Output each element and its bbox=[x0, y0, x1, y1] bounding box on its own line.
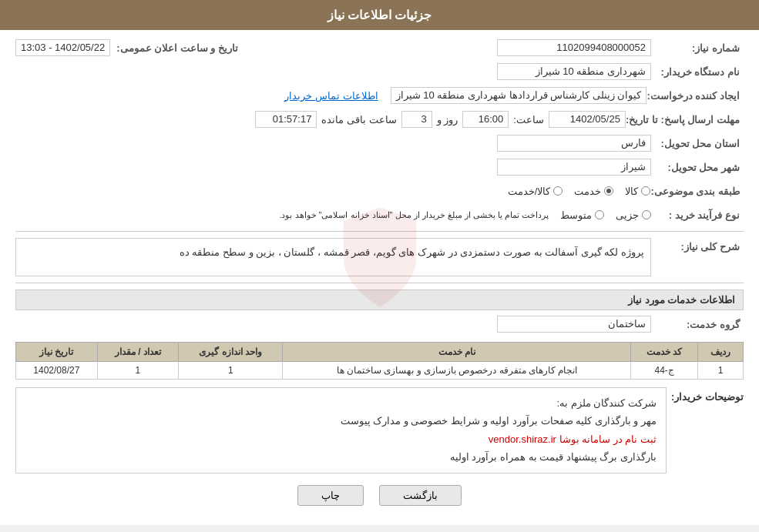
city-value: شیراز bbox=[497, 159, 651, 176]
process-mottaset-label: متوسط bbox=[560, 209, 592, 221]
cell-date: 1402/08/27 bbox=[16, 362, 98, 380]
category-kala-label: کالا bbox=[625, 186, 638, 197]
buyer-notes-line1: شرکت کنندگان ملزم به: bbox=[25, 394, 657, 412]
main-content: شماره نیاز: 1102099408000052 تاریخ و ساع… bbox=[0, 30, 759, 525]
category-label: طبقه بندی موضوعی: bbox=[650, 186, 744, 197]
deadline-remaining: 01:57:17 bbox=[255, 111, 317, 128]
province-row: استان محل تحویل: فارس bbox=[15, 133, 744, 153]
need-number-label: شماره نیاز: bbox=[651, 42, 744, 54]
watermark-shield bbox=[334, 203, 426, 311]
city-row: شهر محل تحویل: شیراز bbox=[15, 157, 744, 177]
cell-quantity: 1 bbox=[97, 362, 179, 380]
back-button[interactable]: بازگشت bbox=[379, 485, 462, 506]
process-jazei-radio[interactable] bbox=[642, 210, 651, 219]
category-row: طبقه بندی موضوعی: کالا خدمت کالا/خدمت bbox=[15, 181, 744, 201]
deadline-day-label: روز و bbox=[437, 114, 458, 125]
buyer-org-label: نام دستگاه خریدار: bbox=[651, 66, 744, 78]
deadline-time-label: ساعت: bbox=[513, 114, 544, 125]
table-header-row: ردیف کد خدمت نام خدمت واحد اندازه گیری ت… bbox=[16, 343, 744, 362]
table-row: 1 ج-44 انجام کارهای متفرقه درخصوص بازساز… bbox=[16, 362, 744, 380]
deadline-label: مهلت ارسال پاسخ: تا تاریخ: bbox=[626, 114, 744, 125]
buyer-notes-line4: بارگذاری برگ پیشنهاد قیمت به همراه برآور… bbox=[25, 448, 657, 466]
page-header: جزئیات اطلاعات نیاز bbox=[0, 0, 759, 30]
description-label: شرح کلی نیاز: bbox=[651, 238, 744, 253]
deadline-date: 1402/05/25 bbox=[549, 111, 626, 128]
col-code: کد خدمت bbox=[631, 343, 698, 362]
page-title: جزئیات اطلاعات نیاز bbox=[327, 8, 432, 22]
category-khedmat-item[interactable]: خدمت bbox=[574, 186, 613, 197]
creator-contact-link[interactable]: اطلاعات تماس خریدار bbox=[284, 90, 378, 102]
service-group-value: ساختمان bbox=[497, 316, 651, 333]
col-unit: واحد اندازه گیری bbox=[179, 343, 283, 362]
col-row: ردیف bbox=[698, 343, 744, 362]
services-table: ردیف کد خدمت نام خدمت واحد اندازه گیری ت… bbox=[15, 342, 744, 380]
service-group-row: گروه خدمت: ساختمان bbox=[15, 314, 744, 334]
process-mottaset-radio[interactable] bbox=[595, 210, 604, 219]
category-khedmat-label: خدمت bbox=[574, 186, 601, 197]
cell-code: ج-44 bbox=[631, 362, 698, 380]
buyer-notes-content: شرکت کنندگان ملزم به: مهر و بارگذاری کلی… bbox=[15, 387, 667, 473]
page-wrapper: جزئیات اطلاعات نیاز شماره نیاز: 11020994… bbox=[0, 0, 759, 525]
buttons-row: بازگشت چاپ bbox=[15, 485, 744, 506]
deadline-days: 3 bbox=[401, 111, 432, 128]
category-kala-radio[interactable] bbox=[641, 186, 650, 196]
category-kala-item[interactable]: کالا bbox=[625, 186, 650, 197]
province-value: فارس bbox=[497, 135, 651, 152]
need-number-value: 1102099408000052 bbox=[497, 39, 651, 56]
print-button[interactable]: چاپ bbox=[297, 485, 364, 506]
process-jazei-item[interactable]: جزیی bbox=[616, 209, 651, 221]
cell-name: انجام کارهای متفرقه درخصوص بازسازی و بهس… bbox=[283, 362, 631, 380]
buyer-notes-line2: مهر و بارگذاری کلیه صفحات برآورد اولیه و… bbox=[25, 412, 657, 430]
announce-label: تاریخ و ساعت اعلان عمومی: bbox=[116, 42, 238, 54]
creator-row: ایجاد کننده درخواست: کیوان زینلی کارشناس… bbox=[15, 85, 744, 105]
cell-row: 1 bbox=[698, 362, 744, 380]
buyer-notes-row: توضیحات خریدار: شرکت کنندگان ملزم به: مه… bbox=[15, 387, 744, 473]
deadline-time: 16:00 bbox=[462, 111, 509, 128]
category-radio-group: کالا خدمت کالا/خدمت bbox=[508, 186, 651, 197]
category-kala-khedmat-radio[interactable] bbox=[553, 186, 563, 196]
deadline-row: مهلت ارسال پاسخ: تا تاریخ: 1402/05/25 سا… bbox=[15, 109, 744, 129]
col-name: نام خدمت bbox=[283, 343, 631, 362]
buyer-org-row: نام دستگاه خریدار: شهرداری منطقه 10 شیرا… bbox=[15, 62, 744, 82]
process-label: نوع فرآیند خرید : bbox=[651, 209, 744, 221]
category-kala-khedmat-item[interactable]: کالا/خدمت bbox=[508, 186, 563, 197]
need-number-row: شماره نیاز: 1102099408000052 تاریخ و ساع… bbox=[15, 38, 744, 58]
buyer-notes-label: توضیحات خریدار: bbox=[667, 387, 744, 403]
creator-label: ایجاد کننده درخواست: bbox=[646, 90, 744, 102]
buyer-notes-line3: ثبت نام در سامانه بوشا vendor.shiraz.ir bbox=[25, 430, 657, 448]
creator-value: کیوان زینلی کارشناس قراردادها شهرداری من… bbox=[391, 87, 647, 104]
province-label: استان محل تحویل: bbox=[651, 138, 744, 149]
cell-unit: 1 bbox=[179, 362, 283, 380]
buyer-org-value: شهرداری منطقه 10 شیراز bbox=[497, 63, 651, 80]
services-table-section: ردیف کد خدمت نام خدمت واحد اندازه گیری ت… bbox=[15, 342, 744, 380]
process-jazei-label: جزیی bbox=[616, 209, 639, 221]
col-quantity: تعداد / مقدار bbox=[97, 343, 179, 362]
city-label: شهر محل تحویل: bbox=[651, 162, 744, 173]
col-date: تاریخ نیاز bbox=[16, 343, 98, 362]
service-group-label: گروه خدمت: bbox=[651, 319, 744, 330]
category-kala-khedmat-label: کالا/خدمت bbox=[508, 186, 551, 197]
announce-value: 1402/05/22 - 13:03 bbox=[15, 39, 110, 56]
category-khedmat-radio[interactable] bbox=[604, 186, 613, 196]
deadline-remaining-label: ساعت باقی مانده bbox=[321, 114, 396, 125]
process-mottaset-item[interactable]: متوسط bbox=[560, 209, 604, 221]
